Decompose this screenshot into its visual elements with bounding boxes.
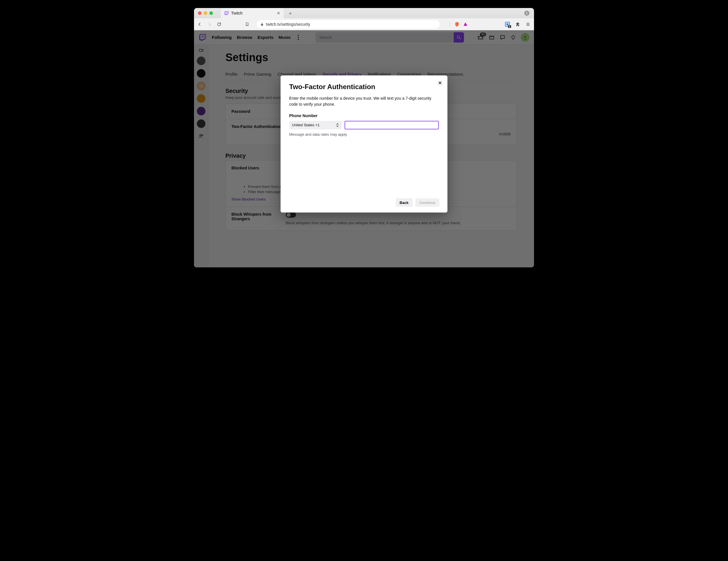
new-tab-button[interactable]: ＋ — [287, 10, 293, 16]
twitch-favicon — [224, 11, 229, 15]
country-selected: United States +1 — [292, 123, 319, 127]
continue-button[interactable]: Continue — [415, 198, 439, 207]
window-controls — [198, 11, 213, 15]
country-code-select[interactable]: United States +1 — [289, 121, 342, 129]
forward-button[interactable] — [207, 21, 212, 27]
minimize-window-button[interactable] — [204, 11, 207, 15]
phone-number-input[interactable] — [345, 121, 439, 129]
modal-description: Enter the mobile number for a device you… — [289, 95, 439, 107]
back-button[interactable]: Back — [396, 198, 413, 207]
url-text: twitch.tv/settings/security — [266, 22, 310, 27]
close-tab-button[interactable]: ✕ — [277, 11, 280, 15]
chevron-updown-icon — [336, 123, 339, 127]
two-factor-modal: Two-Factor Authentication Enter the mobi… — [281, 75, 447, 213]
titlebar: Twitch ✕ ＋ — [194, 8, 534, 18]
svg-rect-3 — [507, 23, 509, 25]
extensions-menu-icon[interactable] — [515, 21, 521, 27]
profile-chip[interactable] — [524, 11, 529, 16]
lock-icon — [260, 22, 264, 26]
back-button[interactable] — [197, 21, 203, 27]
reload-button[interactable] — [216, 21, 222, 27]
address-bar[interactable]: twitch.tv/settings/security — [257, 20, 440, 29]
modal-title: Two-Factor Authentication — [289, 83, 439, 91]
browser-toolbar: twitch.tv/settings/security | 1 — [194, 18, 534, 30]
app-surface: Following Browse Esports Music Search 54 — [194, 30, 534, 267]
modal-close-button[interactable] — [437, 79, 443, 86]
svg-rect-1 — [261, 24, 263, 25]
bookmark-button[interactable] — [244, 21, 250, 27]
svg-point-0 — [526, 12, 527, 13]
app-menu-button[interactable] — [525, 21, 531, 27]
browser-tab[interactable]: Twitch ✕ — [221, 8, 284, 18]
browser-window: Twitch ✕ ＋ twitch.tv/settings/security |… — [194, 8, 534, 267]
tab-title: Twitch — [231, 11, 243, 15]
brave-rewards-icon[interactable] — [463, 22, 468, 27]
phone-hint: Message and data rates may apply. — [289, 132, 439, 137]
brave-shields-icon[interactable] — [455, 21, 459, 27]
extension-icon[interactable]: 1 — [504, 21, 511, 27]
phone-label: Phone Number — [289, 113, 439, 118]
close-window-button[interactable] — [198, 11, 201, 15]
maximize-window-button[interactable] — [209, 11, 213, 15]
